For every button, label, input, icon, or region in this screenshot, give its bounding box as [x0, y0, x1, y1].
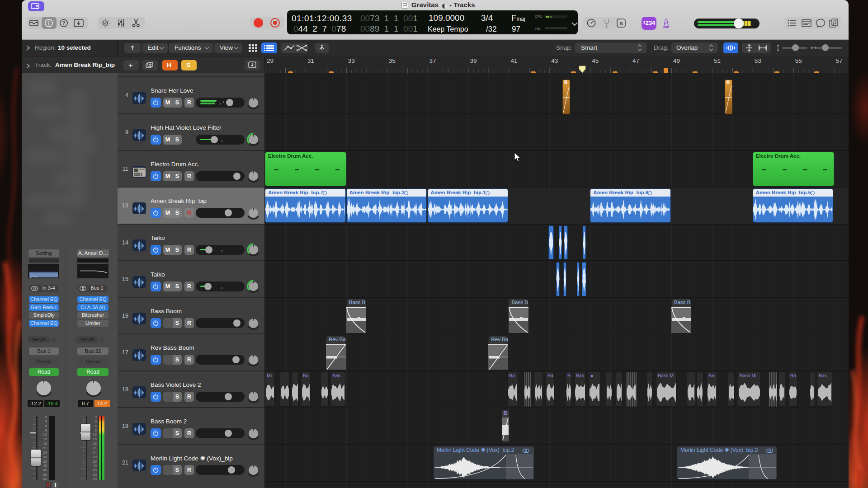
svg-text:?: ?: [62, 20, 66, 26]
svg-text:S: S: [619, 21, 623, 26]
